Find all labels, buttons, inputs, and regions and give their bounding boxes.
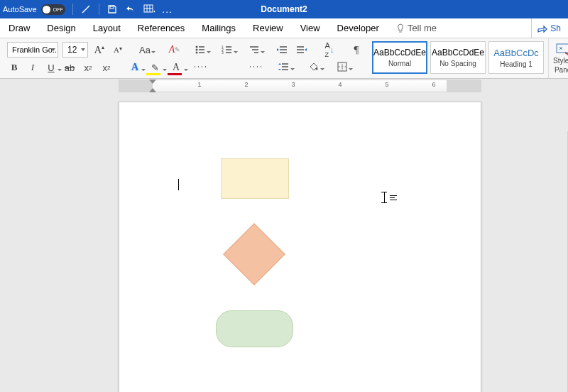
tab-mailings[interactable]: Mailings [193,18,244,38]
font-group: Franklin Go... 12 A▴ A▾ Aa A✎ B I U ab x… [3,38,189,78]
title-bar: AutoSave OFF ... Document2 [0,0,568,18]
change-case-button[interactable]: Aa [138,43,152,57]
style-label: Normal [388,60,411,67]
more-commands[interactable]: ... [162,4,173,15]
tab-developer[interactable]: Developer [329,18,388,38]
save-icon[interactable] [106,4,118,15]
ribbon: Franklin Go... 12 A▴ A▾ Aa A✎ B I U ab x… [0,38,568,79]
style-sample: AaBbCcDdEe [373,48,426,58]
styles-gallery: AaBbCcDdEe Normal AaBbCcDdEe No Spacing … [368,38,548,78]
svg-point-8 [196,46,198,48]
style-sample: AaBbCcDdEe [432,48,484,58]
document-title: Document2 [261,4,307,14]
underline-button[interactable]: U [44,60,58,75]
style-no-spacing[interactable]: AaBbCcDdEe No Spacing [430,41,486,74]
svg-marker-34 [278,63,281,65]
font-color-button[interactable]: A [168,60,185,75]
svg-rect-40 [557,44,568,53]
svg-line-0 [82,6,89,13]
svg-marker-35 [278,69,281,70]
style-normal[interactable]: AaBbCcDdEe Normal [372,41,427,74]
chevron-down-icon [81,48,85,51]
shading-button[interactable] [307,60,321,74]
font-size-value: 12 [67,45,77,55]
align-center-button[interactable] [212,60,226,74]
styles-pane-label-2: Pane [555,66,568,74]
decrease-indent-button[interactable] [275,44,290,55]
borders-icon [337,62,347,72]
table-grid-icon[interactable] [143,4,155,15]
styles-pane-label-1: Styles [553,57,568,65]
svg-rect-1 [110,6,114,9]
borders-button[interactable] [335,60,349,74]
autosave-switch[interactable]: OFF [41,4,65,15]
style-heading-1[interactable]: AaBbCcDc Heading 1 [488,41,544,74]
tab-view[interactable]: View [292,18,329,38]
document-canvas[interactable] [0,93,568,392]
paint-bucket-icon [308,62,320,72]
horizontal-ruler[interactable]: 123456 [119,80,481,92]
chevron-down-icon [51,48,55,51]
autosave-label: AutoSave [3,5,37,13]
font-size-combo[interactable]: 12 [62,42,88,58]
align-justify-button[interactable] [248,60,263,74]
highlight-button[interactable]: ✎ [146,60,163,75]
text-effects-button[interactable]: A [128,60,142,75]
tab-design[interactable]: Design [38,18,84,38]
bold-button[interactable]: B [7,60,21,75]
align-right-button[interactable] [230,60,244,74]
svg-marker-30 [305,48,307,51]
svg-marker-26 [277,48,279,51]
autosave-state: OFF [53,7,63,12]
tell-me-label: Tell me [408,18,437,38]
style-label: Heading 1 [500,60,532,68]
svg-text:3: 3 [222,50,224,55]
style-label: No Spacing [439,60,476,67]
paragraph-group: 123 AZ↓ ¶ [189,38,368,78]
shape-diamond[interactable] [223,223,285,285]
align-left-button[interactable] [193,60,207,74]
svg-point-10 [196,49,198,51]
shape-rectangle[interactable] [221,158,289,199]
line-tool-icon[interactable] [80,4,92,15]
tab-draw[interactable]: Draw [0,18,38,38]
tab-layout[interactable]: Layout [84,18,129,38]
italic-button[interactable]: I [26,60,40,75]
styles-pane-button[interactable]: Styles Pane [548,38,568,78]
styles-pane-icon [555,43,568,55]
increase-indent-button[interactable] [294,44,308,55]
svg-marker-6 [153,11,155,13]
subscript-button[interactable]: x2 [81,60,95,75]
decrease-font-button[interactable]: A▾ [111,43,125,57]
clear-formatting-button[interactable]: A✎ [168,43,182,57]
undo-icon[interactable] [125,4,136,15]
document-page[interactable] [119,102,481,392]
strikethrough-button[interactable]: ab [62,60,77,75]
increase-font-button[interactable]: A▴ [92,43,106,57]
sort-button[interactable]: AZ↓ [322,43,337,57]
font-name-combo[interactable]: Franklin Go... [7,42,58,58]
hanging-indent-marker[interactable] [149,88,156,92]
line-spacing-button[interactable] [277,61,291,72]
svg-point-12 [196,52,198,54]
text-caret [178,179,179,190]
autosave-toggle[interactable]: AutoSave OFF [3,4,65,15]
superscript-button[interactable]: x2 [99,60,114,75]
ruler-area: 123456 [0,79,568,93]
numbering-button[interactable]: 123 [220,44,234,55]
text-insertion-cursor-icon [381,192,398,205]
show-hide-marks-button[interactable]: ¶ [349,43,364,57]
multilevel-list-button[interactable] [247,44,261,55]
shape-rounded-rectangle[interactable] [216,310,293,347]
share-icon [537,24,547,33]
share-button[interactable]: Sh [531,18,568,38]
menu-bar: Draw Design Layout References Mailings R… [0,18,568,38]
bullets-button[interactable] [193,44,207,55]
svg-point-36 [316,68,318,70]
tell-me-search[interactable]: Tell me [388,18,445,38]
first-line-indent-marker[interactable] [149,80,156,84]
separator [99,4,99,15]
tab-review[interactable]: Review [244,18,292,38]
tab-references[interactable]: References [129,18,193,38]
share-label: Sh [550,23,561,33]
